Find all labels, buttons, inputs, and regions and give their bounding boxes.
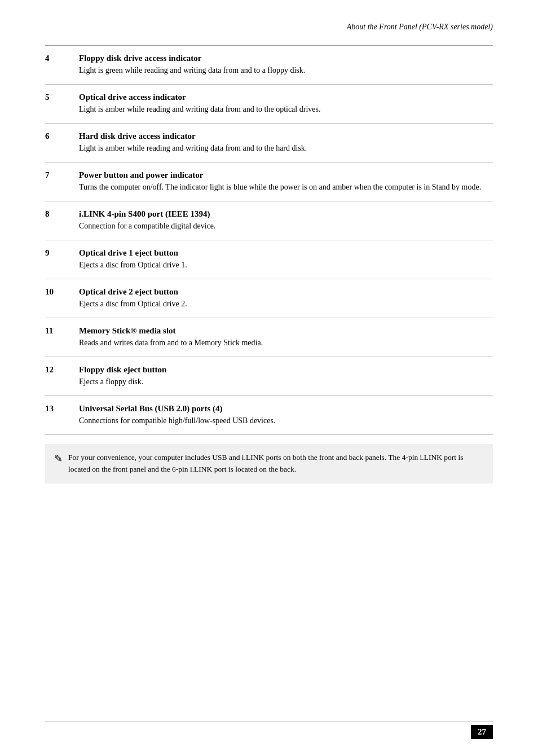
item-number: 8 bbox=[45, 201, 79, 240]
item-number: 12 bbox=[45, 357, 79, 396]
item-title: Power button and power indicator bbox=[79, 170, 493, 180]
item-content: Hard disk drive access indicatorLight is… bbox=[79, 124, 493, 162]
item-description: Ejects a disc from Optical drive 2. bbox=[79, 298, 493, 310]
table-row: 4Floppy disk drive access indicatorLight… bbox=[45, 46, 493, 85]
table-row: 11Memory Stick® media slotReads and writ… bbox=[45, 318, 493, 357]
item-content: Floppy disk eject buttonEjects a floppy … bbox=[79, 357, 493, 396]
item-content: Floppy disk drive access indicatorLight … bbox=[79, 46, 493, 85]
item-content: Optical drive access indicatorLight is a… bbox=[79, 85, 493, 124]
item-description: Light is amber while reading and writing… bbox=[79, 142, 493, 154]
item-number: 5 bbox=[45, 85, 79, 124]
note-text: For your convenience, your computer incl… bbox=[68, 452, 484, 476]
table-row: 10Optical drive 2 eject buttonEjects a d… bbox=[45, 279, 493, 318]
item-description: Light is green while reading and writing… bbox=[79, 64, 493, 76]
item-number: 11 bbox=[45, 318, 79, 357]
item-description: Ejects a floppy disk. bbox=[79, 376, 493, 388]
item-number: 7 bbox=[45, 162, 79, 201]
item-description: Turns the computer on/off. The indicator… bbox=[79, 181, 493, 193]
page-number: 27 bbox=[471, 725, 493, 739]
page-container: About the Front Panel (PCV-RX series mod… bbox=[0, 0, 538, 756]
item-description: Light is amber while reading and writing… bbox=[79, 103, 493, 115]
note-icon: ✎ bbox=[54, 452, 63, 465]
item-number: 9 bbox=[45, 240, 79, 279]
items-table: 4Floppy disk drive access indicatorLight… bbox=[45, 46, 493, 435]
item-content: Optical drive 2 eject buttonEjects a dis… bbox=[79, 279, 493, 318]
item-title: Memory Stick® media slot bbox=[79, 326, 493, 336]
item-description: Connections for compatible high/full/low… bbox=[79, 415, 493, 427]
item-title: Optical drive 2 eject button bbox=[79, 287, 493, 297]
item-number: 4 bbox=[45, 46, 79, 85]
item-content: Memory Stick® media slotReads and writes… bbox=[79, 318, 493, 357]
item-content: Power button and power indicatorTurns th… bbox=[79, 162, 493, 201]
item-title: Universal Serial Bus (USB 2.0) ports (4) bbox=[79, 404, 493, 414]
item-title: i.LINK 4-pin S400 port (IEEE 1394) bbox=[79, 209, 493, 219]
item-description: Connection for a compatible digital devi… bbox=[79, 220, 493, 232]
item-title: Optical drive 1 eject button bbox=[79, 248, 493, 258]
item-title: Floppy disk drive access indicator bbox=[79, 54, 493, 63]
table-row: 7Power button and power indicatorTurns t… bbox=[45, 162, 493, 201]
item-content: Optical drive 1 eject buttonEjects a dis… bbox=[79, 240, 493, 279]
item-title: Hard disk drive access indicator bbox=[79, 131, 493, 141]
table-row: 5Optical drive access indicatorLight is … bbox=[45, 85, 493, 124]
footer-line bbox=[45, 722, 493, 722]
item-title: Floppy disk eject button bbox=[79, 365, 493, 375]
item-description: Ejects a disc from Optical drive 1. bbox=[79, 259, 493, 271]
table-row: 6Hard disk drive access indicatorLight i… bbox=[45, 124, 493, 162]
page-footer: 27 bbox=[471, 725, 493, 739]
item-description: Reads and writes data from and to a Memo… bbox=[79, 337, 493, 349]
note-box: ✎ For your convenience, your computer in… bbox=[45, 444, 493, 484]
table-row: 8i.LINK 4-pin S400 port (IEEE 1394)Conne… bbox=[45, 201, 493, 240]
table-row: 13Universal Serial Bus (USB 2.0) ports (… bbox=[45, 396, 493, 435]
item-number: 6 bbox=[45, 124, 79, 162]
table-row: 9Optical drive 1 eject buttonEjects a di… bbox=[45, 240, 493, 279]
item-number: 10 bbox=[45, 279, 79, 318]
item-title: Optical drive access indicator bbox=[79, 93, 493, 102]
table-row: 12Floppy disk eject buttonEjects a flopp… bbox=[45, 357, 493, 396]
item-content: Universal Serial Bus (USB 2.0) ports (4)… bbox=[79, 396, 493, 435]
item-content: i.LINK 4-pin S400 port (IEEE 1394)Connec… bbox=[79, 201, 493, 240]
item-number: 13 bbox=[45, 396, 79, 435]
page-header: About the Front Panel (PCV-RX series mod… bbox=[45, 23, 493, 36]
header-title: About the Front Panel (PCV-RX series mod… bbox=[347, 23, 493, 31]
